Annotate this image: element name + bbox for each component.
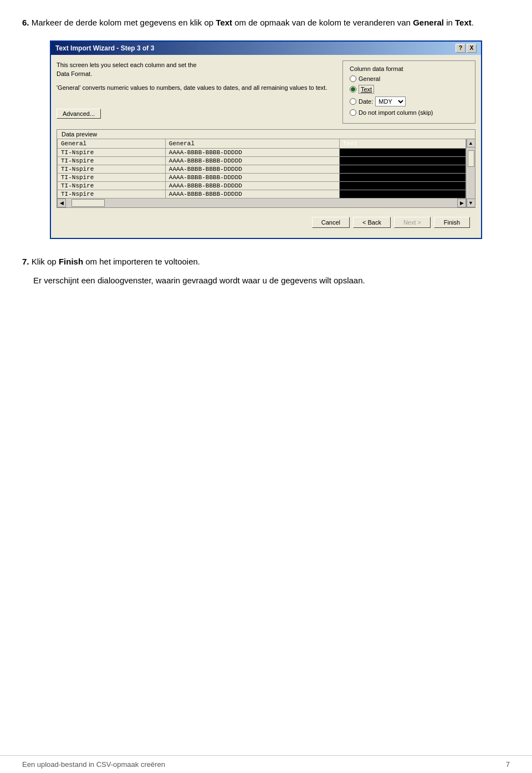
- cell: AAAA-BBBB-BBBB-DDDDD: [165, 148, 339, 156]
- preview-header-row: General General Text: [58, 139, 466, 148]
- radio-text[interactable]: Text: [350, 85, 468, 94]
- preview-thead: General General Text: [58, 139, 466, 148]
- finish-button[interactable]: Finish: [434, 217, 470, 228]
- radio-text-label: Text: [359, 85, 374, 94]
- table-row: TI-Nspire AAAA-BBBB-BBBB-DDDDD 111111111…: [58, 148, 466, 156]
- instruction-suffix: in: [444, 18, 455, 27]
- radio-skip[interactable]: Do not import column (skip): [350, 109, 468, 116]
- radio-skip-label: Do not import column (skip): [359, 109, 433, 116]
- cell: TI-Nspire: [58, 156, 166, 165]
- cancel-button[interactable]: Cancel: [312, 217, 350, 228]
- cell: 11111111111111: [339, 148, 466, 156]
- step7-prefix: Klik op: [32, 257, 59, 266]
- instruction-end: .: [472, 18, 474, 27]
- table-row: TI-Nspire AAAA-BBBB-BBBB-DDDDD 111111111…: [58, 156, 466, 165]
- data-preview-title: Data preview: [57, 130, 475, 139]
- dialog-body: This screen lets you select each column …: [51, 55, 481, 238]
- dialog-description: This screen lets you select each column …: [57, 60, 337, 124]
- column-format-group: Column data format General Text: [342, 60, 475, 124]
- cell: TI-Nspire: [58, 181, 166, 190]
- preview-tbody: TI-Nspire AAAA-BBBB-BBBB-DDDDD 111111111…: [58, 148, 466, 198]
- close-button[interactable]: X: [467, 44, 477, 53]
- scroll-left-button[interactable]: ◀: [57, 199, 66, 207]
- page-content: 6. Markeer de derde kolom met gegevens e…: [0, 0, 532, 304]
- preview-area: General General Text TI-Nspire AAAA-BBBB…: [57, 139, 475, 207]
- radio-general-circle[interactable]: [350, 75, 356, 82]
- radio-skip-circle[interactable]: [350, 109, 356, 116]
- cell: 11111111111111: [339, 165, 466, 173]
- cell: AAAA-BBBB-BBBB-DDDDD: [165, 190, 339, 198]
- date-format-select[interactable]: MDY DMY YMD: [375, 96, 406, 106]
- step7-instruction: 7. Klik op Finish om het importeren te v…: [22, 256, 510, 268]
- step7-suffix: om het importeren te voltooien.: [83, 257, 200, 266]
- next-button[interactable]: Next >: [394, 217, 431, 228]
- cell: 11111111111111: [339, 181, 466, 190]
- vscroll-up-button[interactable]: ▲: [467, 139, 475, 148]
- vscroll-down-button[interactable]: ▼: [467, 199, 475, 207]
- back-button[interactable]: < Back: [353, 217, 391, 228]
- dialog-title: Text Import Wizard - Step 3 of 3: [55, 44, 154, 52]
- instruction-middle: om de opmaak van de kolom te veranderen …: [232, 18, 413, 27]
- radio-date-circle[interactable]: [350, 98, 356, 105]
- general-bold: General: [413, 18, 444, 27]
- table-row: TI-Nspire AAAA-BBBB-BBBB-DDDDD 111111111…: [58, 165, 466, 173]
- page-footer: Een upload-bestand in CSV-opmaak creëren…: [0, 755, 532, 773]
- text-bold2: Text: [455, 18, 472, 27]
- preview-table-container: General General Text TI-Nspire AAAA-BBBB…: [57, 139, 466, 207]
- cell: AAAA-BBBB-BBBB-DDDDD: [165, 156, 339, 165]
- text-import-wizard-dialog: Text Import Wizard - Step 3 of 3 ? X Thi…: [50, 40, 482, 239]
- dialog-titlebar: Text Import Wizard - Step 3 of 3 ? X: [51, 42, 481, 55]
- cell: AAAA-BBBB-BBBB-DDDDD: [165, 181, 339, 190]
- table-row: TI-Nspire AAAA-BBBB-BBBB-DDDDD 111111111…: [58, 181, 466, 190]
- radio-text-circle[interactable]: [350, 86, 356, 93]
- cell: TI-Nspire: [58, 165, 166, 173]
- dialog-top: This screen lets you select each column …: [57, 60, 475, 124]
- cell: TI-Nspire: [58, 148, 166, 156]
- table-row: TI-Nspire AAAA-BBBB-BBBB-DDDDD 111111111…: [58, 190, 466, 198]
- cell: 11111111111111: [339, 190, 466, 198]
- advanced-button[interactable]: Advanced...: [57, 109, 101, 119]
- table-row: TI-Nspire AAAA-BBBB-BBBB-DDDDD 111111111…: [58, 173, 466, 181]
- cell: AAAA-BBBB-BBBB-DDDDD: [165, 165, 339, 173]
- step6-instruction: 6. Markeer de derde kolom met gegevens e…: [22, 17, 510, 29]
- step7-section: 7. Klik op Finish om het importeren te v…: [22, 256, 510, 287]
- dialog-wrapper: Text Import Wizard - Step 3 of 3 ? X Thi…: [50, 40, 482, 239]
- vertical-scrollbar[interactable]: ▲ ▼: [466, 139, 475, 207]
- footer-right: 7: [506, 760, 510, 769]
- titlebar-buttons: ? X: [456, 44, 477, 53]
- instruction-prefix: Markeer de derde kolom met gegevens en k…: [32, 18, 216, 27]
- dialog-buttons: Cancel < Back Next > Finish: [57, 213, 475, 232]
- column-format-title: Column data format: [350, 65, 468, 72]
- scroll-right-button[interactable]: ▶: [457, 199, 466, 207]
- preview-table: General General Text TI-Nspire AAAA-BBBB…: [57, 139, 466, 199]
- general-note: 'General' converts numeric values to num…: [57, 83, 337, 93]
- radio-general[interactable]: General: [350, 75, 468, 82]
- data-preview-group: Data preview General General Text: [57, 129, 475, 208]
- col-header-text: Text: [339, 139, 466, 148]
- vscroll-thumb[interactable]: [468, 150, 474, 167]
- cell: TI-Nspire: [58, 173, 166, 181]
- horizontal-scrollbar[interactable]: ◀ ▶: [57, 199, 466, 207]
- vscroll-track[interactable]: [467, 148, 475, 199]
- cell: 11111111111111: [339, 173, 466, 181]
- scroll-thumb[interactable]: [71, 199, 105, 207]
- help-button[interactable]: ?: [456, 44, 466, 53]
- cell: AAAA-BBBB-BBBB-DDDDD: [165, 173, 339, 181]
- radio-date-label: Date:: [359, 98, 373, 105]
- col-header-general1: General: [58, 139, 166, 148]
- cell: TI-Nspire: [58, 190, 166, 198]
- radio-general-label: General: [359, 75, 380, 82]
- step-number: 6.: [22, 18, 29, 27]
- radio-date[interactable]: Date: MDY DMY YMD: [350, 96, 468, 106]
- step7-description: Er verschijnt een dialoogvenster, waarin…: [33, 274, 510, 287]
- col-header-general2: General: [165, 139, 339, 148]
- scroll-track[interactable]: [66, 199, 457, 207]
- column-format-panel: Column data format General Text: [342, 60, 475, 124]
- finish-bold: Finish: [59, 257, 83, 266]
- desc-line1: This screen lets you select each column …: [57, 60, 337, 70]
- footer-left: Een upload-bestand in CSV-opmaak creëren: [22, 760, 165, 769]
- text-bold1: Text: [216, 18, 232, 27]
- step7-number: 7.: [22, 257, 29, 266]
- desc-line2: Data Format.: [57, 69, 337, 79]
- cell: 11111111111111: [339, 156, 466, 165]
